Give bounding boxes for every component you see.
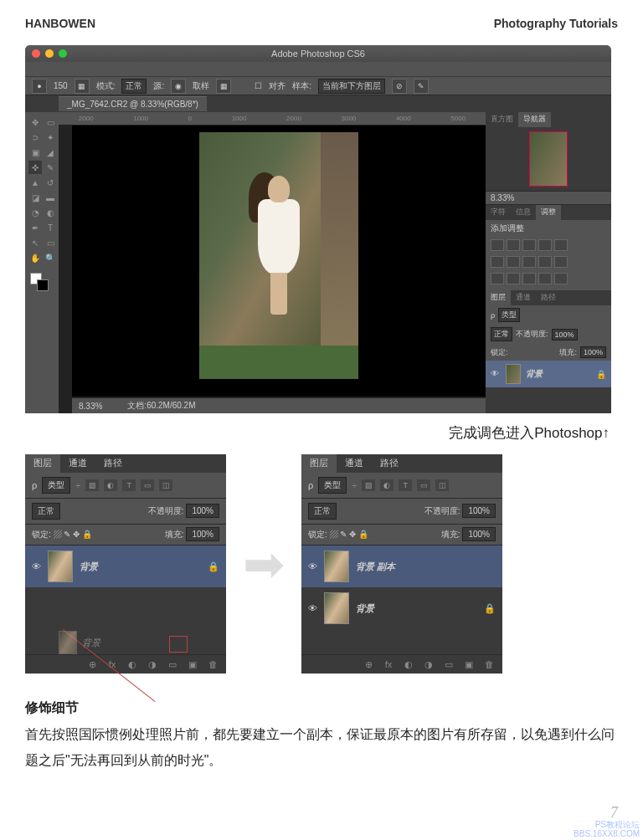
filter-shape-icon[interactable]: ▭: [141, 479, 154, 491]
new-layer-icon[interactable]: ▣: [186, 658, 199, 670]
wand-tool-icon[interactable]: ✦: [44, 131, 57, 144]
opacity-field[interactable]: 100%: [552, 329, 578, 341]
new-layer-icon[interactable]: ▣: [462, 658, 476, 670]
layer-row-background[interactable]: 👁 背景 🔒: [301, 587, 502, 629]
blend-mode-select[interactable]: 正常: [308, 503, 337, 520]
adjustment-icon[interactable]: ◑: [422, 658, 435, 670]
color-swatches[interactable]: [28, 273, 57, 293]
marquee-tool-icon[interactable]: ▭: [44, 115, 57, 129]
brush-size[interactable]: 150: [54, 81, 68, 90]
trash-icon[interactable]: 🗑: [482, 658, 496, 670]
layer-row-background[interactable]: 👁 背景 🔒: [486, 361, 611, 387]
zoom-level[interactable]: 8.33%: [79, 402, 102, 411]
navigator-thumbnail[interactable]: [486, 127, 611, 191]
pressure-icon[interactable]: ✎: [414, 79, 429, 94]
gradient-tool-icon[interactable]: ▬: [44, 191, 57, 204]
tab-adjustments[interactable]: 调整: [536, 205, 561, 220]
lock-all-icon[interactable]: 🔒: [82, 530, 92, 539]
visibility-icon[interactable]: 👁: [32, 561, 41, 571]
blend-mode-select[interactable]: 正常: [32, 503, 60, 520]
lock-paint-icon[interactable]: ✎: [340, 530, 347, 539]
filter-icon[interactable]: ρ: [308, 480, 313, 490]
ignore-adjust-icon[interactable]: ⊘: [392, 79, 407, 94]
filter-adjust-icon[interactable]: ◐: [104, 479, 117, 491]
menu-bar[interactable]: [25, 62, 611, 77]
type-tool-icon[interactable]: T: [44, 221, 57, 234]
background-swatch[interactable]: [37, 279, 49, 291]
adj-bw-icon[interactable]: [522, 256, 536, 268]
tab-paths[interactable]: 路径: [372, 454, 407, 473]
link-layers-icon[interactable]: ⊕: [85, 658, 99, 670]
trash-icon[interactable]: 🗑: [206, 658, 219, 670]
tab-info[interactable]: 信息: [511, 205, 536, 220]
opacity-field[interactable]: 100%: [186, 504, 219, 518]
filter-smart-icon[interactable]: ◫: [435, 479, 449, 491]
path-tool-icon[interactable]: ↖: [28, 236, 42, 249]
tab-channels[interactable]: 通道: [511, 290, 536, 305]
close-icon[interactable]: [32, 49, 40, 58]
group-icon[interactable]: ▭: [166, 658, 179, 670]
filter-pixel-icon[interactable]: ▨: [85, 479, 99, 491]
opacity-field[interactable]: 100%: [462, 504, 496, 518]
hand-tool-icon[interactable]: ✋: [28, 251, 42, 264]
tab-layers[interactable]: 图层: [25, 454, 60, 473]
tab-layers[interactable]: 图层: [301, 454, 337, 473]
fill-field[interactable]: 100%: [462, 527, 496, 541]
filter-adjust-icon[interactable]: ◐: [380, 479, 394, 491]
lock-transparent-icon[interactable]: ▨: [330, 530, 338, 539]
filter-shape-icon[interactable]: ▭: [417, 479, 430, 491]
lock-paint-icon[interactable]: ✎: [64, 530, 70, 539]
tab-channels[interactable]: 通道: [337, 454, 372, 473]
tab-character[interactable]: 字符: [486, 205, 511, 220]
mask-icon[interactable]: ◐: [402, 658, 415, 670]
adj-gradient-map-icon[interactable]: [538, 273, 552, 284]
adjustment-icon[interactable]: ◑: [146, 658, 159, 670]
filter-type-icon[interactable]: T: [122, 479, 136, 491]
tab-layers[interactable]: 图层: [486, 290, 511, 305]
visibility-icon[interactable]: 👁: [308, 561, 317, 571]
document-tab[interactable]: _MG_7642.CR2 @ 8.33%(RGB/8*): [59, 96, 207, 111]
lock-position-icon[interactable]: ✥: [349, 530, 356, 539]
adj-balance-icon[interactable]: [507, 256, 520, 268]
adj-levels-icon[interactable]: [507, 239, 520, 251]
blur-tool-icon[interactable]: ◔: [28, 206, 42, 219]
canvas-photo[interactable]: [199, 132, 358, 379]
filter-smart-icon[interactable]: ◫: [159, 479, 172, 491]
visibility-icon[interactable]: 👁: [491, 369, 501, 379]
filter-icon[interactable]: ρ: [32, 480, 37, 490]
visibility-icon[interactable]: 👁: [308, 603, 317, 613]
dodge-tool-icon[interactable]: ◐: [44, 206, 57, 219]
stamp-tool-icon[interactable]: ▲: [28, 176, 42, 189]
tab-navigator[interactable]: 导航器: [518, 112, 551, 127]
link-layers-icon[interactable]: ⊕: [362, 658, 375, 670]
source-sampled-icon[interactable]: ◉: [171, 79, 186, 94]
navigator-zoom[interactable]: 8.33%: [486, 191, 611, 205]
lock-position-icon[interactable]: ✥: [73, 530, 80, 539]
minimize-icon[interactable]: [45, 49, 54, 58]
shape-tool-icon[interactable]: ▭: [44, 236, 57, 249]
adj-channel-mix-icon[interactable]: [554, 256, 568, 268]
fill-field[interactable]: 100%: [186, 527, 219, 541]
adj-exposure-icon[interactable]: [538, 239, 552, 251]
layer-row-copy[interactable]: 👁 背景 副本: [301, 545, 502, 587]
eraser-tool-icon[interactable]: ◪: [28, 191, 42, 204]
lock-transparent-icon[interactable]: ▨: [54, 530, 62, 539]
adj-selective-icon[interactable]: [554, 273, 568, 284]
fx-icon[interactable]: fx: [382, 658, 395, 670]
filter-type-icon[interactable]: T: [399, 479, 412, 491]
tab-paths[interactable]: 路径: [536, 290, 561, 305]
pen-tool-icon[interactable]: ✒: [28, 221, 42, 234]
adj-hue-icon[interactable]: [491, 256, 504, 268]
adj-posterize-icon[interactable]: [507, 273, 520, 284]
layer-row-background[interactable]: 👁 背景 🔒: [25, 545, 226, 587]
adj-vibrance-icon[interactable]: [554, 239, 568, 251]
blend-mode-select[interactable]: 正常: [121, 79, 147, 94]
filter-type-select[interactable]: 类型: [318, 477, 347, 494]
brush-preview-icon[interactable]: ●: [32, 79, 47, 94]
lasso-tool-icon[interactable]: ⊃: [28, 131, 42, 144]
lock-all-icon[interactable]: 🔒: [358, 530, 368, 539]
group-icon[interactable]: ▭: [442, 658, 455, 670]
adj-curves-icon[interactable]: [522, 239, 536, 251]
filter-type-select[interactable]: 类型: [42, 477, 70, 494]
adj-invert-icon[interactable]: [491, 273, 504, 284]
